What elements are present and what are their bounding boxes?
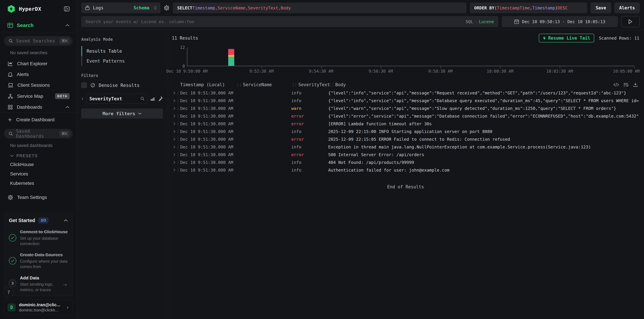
col-header-servicename[interactable]: ServiceName bbox=[243, 82, 272, 87]
drag-handle-icon[interactable]: ⋮⋮ bbox=[236, 83, 241, 87]
alerts-button[interactable]: Alerts bbox=[614, 2, 640, 13]
severity-filter-search[interactable]: SeverityText bbox=[86, 94, 148, 103]
run-query-button[interactable] bbox=[621, 16, 640, 27]
preset-item-clickhouse[interactable]: ClickHouse bbox=[0, 160, 77, 169]
row-expand-chevron[interactable] bbox=[172, 106, 180, 110]
preset-item-services[interactable]: Services bbox=[0, 169, 77, 179]
source-select[interactable]: Logs Schema bbox=[81, 2, 160, 13]
cell-body: {"level":"warn","service":"api","message… bbox=[328, 106, 639, 111]
analysis-mode-event-patterns[interactable]: Event Patterns bbox=[81, 56, 163, 66]
row-expand-chevron[interactable] bbox=[172, 91, 180, 95]
drag-handle-icon[interactable]: ⋮⋮ bbox=[328, 83, 334, 87]
row-expand-chevron[interactable] bbox=[172, 160, 180, 165]
row-expand-chevron[interactable] bbox=[172, 122, 180, 126]
help-button[interactable]: ? bbox=[3, 287, 14, 298]
more-filters-button[interactable]: More filters bbox=[81, 108, 163, 119]
lightning-icon bbox=[543, 36, 546, 40]
sidebar-item-service-map[interactable]: Service Map BETA bbox=[0, 91, 77, 102]
table-row[interactable]: Dec 10 9:51:30.000 AMerror2025-12-09 22:… bbox=[172, 135, 639, 143]
chevron-right-icon[interactable]: › bbox=[81, 96, 84, 101]
sidebar-item-alerts[interactable]: Alerts bbox=[0, 69, 77, 80]
cell-timestamp: Dec 10 9:51:30.000 AM bbox=[180, 98, 236, 103]
cell-body: Authentication failed for user: john@exa… bbox=[328, 168, 639, 173]
get-started-item-desc: Start sending logs, metrics, or traces bbox=[20, 282, 58, 293]
row-expand-chevron[interactable] bbox=[172, 145, 180, 149]
row-expand-chevron[interactable] bbox=[172, 114, 180, 118]
cell-body: [ERROR] Lambda function timeout after 30… bbox=[328, 121, 639, 126]
table-row[interactable]: Dec 10 9:51:30.000 AMinfoAuthentication … bbox=[172, 166, 639, 174]
col-header-body[interactable]: Body bbox=[335, 82, 346, 87]
saved-searches-input[interactable]: Saved Searches ⌘K bbox=[4, 36, 73, 46]
create-dashboard-button[interactable]: Create Dashboard bbox=[0, 113, 77, 125]
table-row[interactable]: Dec 10 9:51:30.000 AMinfoException in th… bbox=[172, 143, 639, 151]
row-expand-chevron[interactable] bbox=[172, 137, 180, 141]
source-settings-gear-icon[interactable] bbox=[164, 5, 170, 11]
row-expand-chevron[interactable] bbox=[172, 129, 180, 134]
select-chevrons-icon bbox=[154, 6, 157, 9]
x-axis-tick-label: 9:58:30 AM bbox=[428, 69, 453, 74]
cell-timestamp: Dec 10 9:51:30.000 AM bbox=[180, 121, 236, 126]
table-row[interactable]: Dec 10 9:51:30.000 AMwarn{"level":"warn"… bbox=[172, 104, 639, 112]
table-row[interactable]: Dec 10 9:51:30.000 AMinfo{"level":"info"… bbox=[172, 97, 639, 104]
sidebar-item-dashboards[interactable]: Dashboards bbox=[0, 102, 77, 113]
save-button[interactable]: Save bbox=[591, 2, 611, 13]
pin-icon[interactable] bbox=[158, 96, 163, 101]
cell-body: 2025-12-09 22:15:00 INFO Starting applic… bbox=[328, 129, 639, 134]
get-started-item-title: Create Data Sources bbox=[20, 252, 68, 258]
order-by-input[interactable]: ORDER BY (TimestampTime, Timestamp) DESC bbox=[470, 2, 587, 13]
lang-toggle-lucene[interactable]: Lucene bbox=[479, 19, 494, 24]
drag-handle-icon[interactable]: ⋮⋮ bbox=[291, 83, 297, 87]
sidebar-item-search[interactable]: Search bbox=[0, 18, 77, 32]
code-view-icon[interactable] bbox=[614, 82, 619, 87]
cell-timestamp: Dec 10 9:51:30.000 AM bbox=[180, 129, 236, 134]
chevron-up-icon[interactable] bbox=[64, 219, 68, 222]
row-expand-chevron[interactable] bbox=[172, 168, 180, 172]
y-axis bbox=[187, 47, 188, 66]
text-wrap-icon[interactable] bbox=[623, 82, 628, 87]
select-columns-input[interactable]: SELECT Timestamp,ServiceName,SeverityTex… bbox=[173, 2, 466, 13]
brand-row: HyperDX bbox=[0, 0, 77, 18]
get-started-item[interactable]: Create Data SourcesConfigure where your … bbox=[9, 252, 68, 269]
cell-timestamp: Dec 10 9:51:30.000 AM bbox=[180, 160, 236, 165]
presets-list: ClickHouseServicesKubernetes bbox=[0, 160, 77, 188]
table-row[interactable]: Dec 10 9:51:30.000 AMinfo{"level":"info"… bbox=[172, 89, 639, 97]
get-started-item[interactable]: 3Add DataStart sending logs, metrics, or… bbox=[9, 275, 68, 293]
preset-item-kubernetes[interactable]: Kubernetes bbox=[0, 179, 77, 188]
denoise-checkbox[interactable] bbox=[81, 82, 87, 88]
lang-toggle-sql[interactable]: SQL bbox=[466, 19, 473, 24]
table-row[interactable]: Dec 10 9:51:30.000 AMerror500 Internal S… bbox=[172, 151, 639, 158]
row-expand-chevron[interactable] bbox=[172, 98, 180, 103]
check-circle-icon bbox=[9, 234, 16, 242]
event-search-input[interactable]: Search your events w/ Lucene ex. column:… bbox=[81, 16, 498, 27]
analysis-mode-results-table[interactable]: Results Table bbox=[81, 46, 163, 56]
collapse-sidebar-icon[interactable] bbox=[64, 6, 70, 11]
get-started-item[interactable]: Connect to ClickHouseSet up your databas… bbox=[9, 229, 68, 246]
table-row[interactable]: Dec 10 9:51:30.000 AMerror{"level":"erro… bbox=[172, 112, 639, 120]
search-grid-icon bbox=[8, 23, 13, 28]
download-icon[interactable] bbox=[633, 82, 638, 87]
col-header-severitytext[interactable]: SeverityText bbox=[298, 82, 330, 87]
date-range-picker[interactable]: 1 Dec 10 09:50:13 - Dec 10 10:05:13 bbox=[502, 16, 618, 27]
histogram-bar[interactable] bbox=[228, 49, 234, 66]
resume-live-tail-button[interactable]: Resume Live Tail bbox=[539, 34, 594, 42]
bell-icon bbox=[8, 72, 13, 77]
chart-filter-icon[interactable] bbox=[150, 96, 155, 101]
denoise-results-toggle[interactable]: Denoise Results bbox=[81, 82, 163, 88]
chevron-up-icon[interactable] bbox=[65, 106, 70, 108]
chevron-up-icon[interactable] bbox=[65, 24, 70, 27]
col-header-timestamp[interactable]: Timestamp (Local) bbox=[180, 82, 225, 87]
user-menu[interactable]: D dominic.tran@clic... dominic.tran@clic… bbox=[4, 300, 73, 315]
table-row[interactable]: Dec 10 9:51:30.000 AMerror[ERROR] Lambda… bbox=[172, 120, 639, 128]
avatar: D bbox=[8, 304, 16, 312]
search-icon bbox=[140, 96, 145, 101]
saved-dashboards-input[interactable]: Saved Dashboards ⌘K bbox=[4, 129, 73, 139]
results-table-header: Timestamp (Local) ⋮⋮ServiceName ⋮⋮Severi… bbox=[172, 80, 639, 89]
table-row[interactable]: Dec 10 9:51:30.000 AMinfo404 Not Found: … bbox=[172, 158, 639, 166]
sidebar-item-client-sessions[interactable]: Client Sessions bbox=[0, 80, 77, 91]
cell-timestamp: Dec 10 9:51:30.000 AM bbox=[180, 152, 236, 157]
presets-toggle[interactable]: PRESETS bbox=[0, 151, 77, 160]
table-row[interactable]: Dec 10 9:51:30.000 AMinfo2025-12-09 22:1… bbox=[172, 128, 639, 135]
row-expand-chevron[interactable] bbox=[172, 152, 180, 157]
sidebar-item-team-settings[interactable]: Team Settings bbox=[0, 192, 77, 203]
sidebar-item-chart-explorer[interactable]: Chart Explorer bbox=[0, 58, 77, 69]
